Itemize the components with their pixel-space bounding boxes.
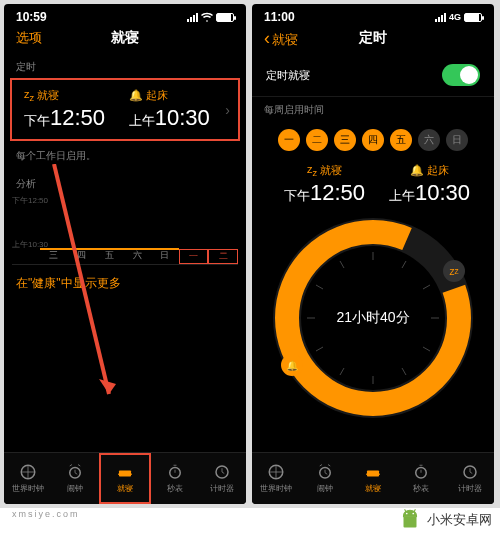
page-title: 就寝 <box>111 29 139 47</box>
schedule-note: 每个工作日启用。 <box>4 141 246 171</box>
chevron-right-icon: › <box>225 102 234 118</box>
svg-marker-1 <box>99 379 116 394</box>
bell-icon: 🔔 <box>410 164 424 177</box>
tab-stopwatch[interactable]: 秒表 <box>397 453 445 504</box>
status-time: 11:00 <box>264 10 295 24</box>
tab-alarm[interactable]: 闹钟 <box>300 453 348 504</box>
wake-label: 🔔起床 <box>129 88 226 103</box>
tab-timer[interactable]: 计时器 <box>198 453 246 504</box>
svg-rect-24 <box>366 474 380 476</box>
schedule-toggle[interactable] <box>442 64 480 86</box>
svg-rect-27 <box>404 517 417 528</box>
svg-rect-5 <box>118 474 132 476</box>
page-title: 定时 <box>359 29 387 47</box>
section-timer: 定时 <box>4 54 246 78</box>
day-sun[interactable]: 日 <box>446 129 468 151</box>
bell-icon: 🔔 <box>129 89 143 102</box>
tab-bar: 世界时钟 闹钟 就寝 秒表 计时器 <box>252 452 494 504</box>
bedtime-row[interactable]: zz就寝 下午12:50 🔔起床 上午10:30 › <box>12 80 238 139</box>
options-link[interactable]: 选项 <box>16 29 42 47</box>
tab-world-clock[interactable]: 世界时钟 <box>252 453 300 504</box>
section-week: 每周启用时间 <box>252 97 494 121</box>
tab-bar: 世界时钟 闹钟 就寝 秒表 计时器 <box>4 452 246 504</box>
phone-right: 11:00 4G ‹就寝 定时 定时就寝 每周启用时间 一 二 三 四 五 六 … <box>252 4 494 504</box>
tab-bedtime[interactable]: 就寝 <box>349 453 397 504</box>
status-bar: 11:00 4G <box>252 4 494 26</box>
schedule-toggle-row: 定时就寝 <box>252 54 494 97</box>
highlight-box: zz就寝 下午12:50 🔔起床 上午10:30 › <box>10 78 240 141</box>
tab-timer[interactable]: 计时器 <box>446 453 494 504</box>
chart-days: 三四五六日一二 <box>40 249 238 264</box>
show-more-link[interactable]: 在"健康"中显示更多 <box>4 265 246 302</box>
moon-icon: zz <box>307 163 317 178</box>
phone-left: 10:59 选项 就寝 定时 zz就寝 下午12:50 🔔起床 上午10:30 <box>4 4 246 504</box>
svg-point-29 <box>412 513 414 515</box>
analysis-chart: 下午12:50 上午10:30 三四五六日一二 <box>12 195 238 265</box>
day-picker: 一 二 三 四 五 六 日 <box>252 121 494 159</box>
status-right: 4G <box>435 10 482 24</box>
day-mon[interactable]: 一 <box>278 129 300 151</box>
android-logo-icon <box>397 507 423 533</box>
svg-point-28 <box>406 513 408 515</box>
status-time: 10:59 <box>16 10 47 24</box>
status-bar: 10:59 <box>4 4 246 26</box>
tab-bedtime[interactable]: 就寝 <box>99 453 151 504</box>
moon-icon: zz <box>24 88 34 103</box>
day-thu[interactable]: 四 <box>362 129 384 151</box>
chevron-left-icon: ‹ <box>264 28 270 48</box>
status-right <box>187 10 234 24</box>
source-url: xmsiye.com <box>12 509 80 519</box>
day-tue[interactable]: 二 <box>306 129 328 151</box>
section-analysis: 分析 <box>4 171 246 195</box>
tab-world-clock[interactable]: 世界时钟 <box>4 453 52 504</box>
tab-stopwatch[interactable]: 秒表 <box>151 453 199 504</box>
sleep-duration: 21小时40分 <box>273 218 473 418</box>
times-display: zz就寝 下午12:50 🔔起床 上午10:30 <box>252 159 494 214</box>
nav-bar: 选项 就寝 <box>4 26 246 54</box>
battery-icon <box>464 13 482 22</box>
tab-alarm[interactable]: 闹钟 <box>52 453 100 504</box>
wifi-icon <box>201 12 213 22</box>
nav-bar: ‹就寝 定时 <box>252 26 494 54</box>
day-wed[interactable]: 三 <box>334 129 356 151</box>
bed-label: zz就寝 <box>24 88 121 103</box>
sleep-dial[interactable]: 21小时40分 zz 🔔 <box>273 218 473 418</box>
watermark: 小米安卓网 <box>397 507 492 533</box>
battery-icon <box>216 13 234 22</box>
day-sat[interactable]: 六 <box>418 129 440 151</box>
back-button[interactable]: ‹就寝 <box>264 28 298 49</box>
day-fri[interactable]: 五 <box>390 129 412 151</box>
